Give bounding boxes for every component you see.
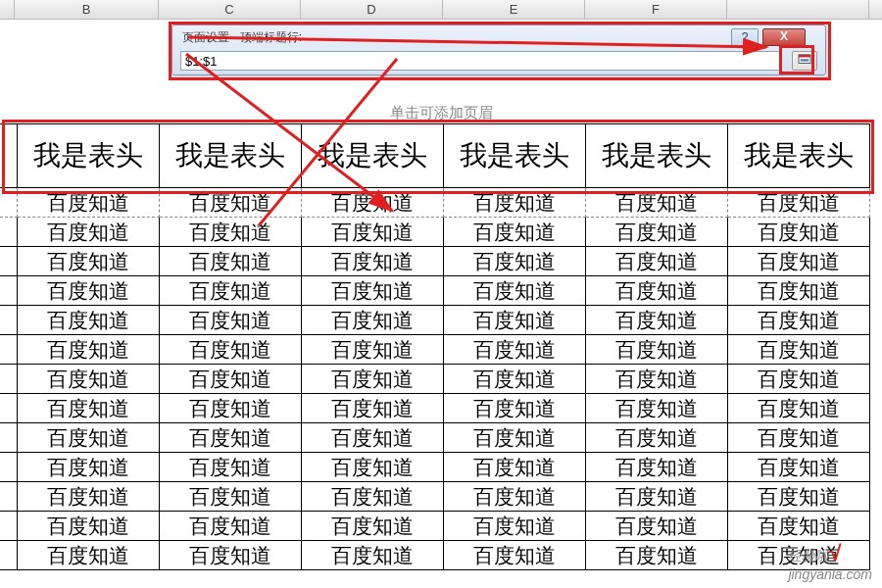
data-cell[interactable]: 百度知道 bbox=[728, 335, 870, 365]
dialog-title: 页面设置 - 顶端标题行: bbox=[182, 29, 302, 46]
header-cell[interactable]: 我是表头 bbox=[302, 123, 444, 188]
data-cell[interactable]: 百度知道 bbox=[302, 276, 444, 306]
data-cell[interactable]: 百度知道 bbox=[160, 482, 302, 512]
header-cell[interactable]: 我是表头 bbox=[160, 123, 302, 188]
row-gutter bbox=[0, 482, 18, 512]
data-cell[interactable]: 百度知道 bbox=[586, 482, 728, 512]
page-header-hint[interactable]: 单击可添加页眉 bbox=[0, 104, 882, 122]
data-cell[interactable]: 百度知道 bbox=[18, 247, 160, 276]
table-row: 百度知道 百度知道 百度知道 百度知道 百度知道 百度知道 bbox=[0, 423, 882, 453]
data-cell[interactable]: 百度知道 bbox=[444, 306, 586, 335]
data-cell[interactable]: 百度知道 bbox=[18, 306, 160, 335]
data-cell[interactable]: 百度知道 bbox=[444, 218, 586, 247]
data-cell[interactable]: 百度知道 bbox=[444, 512, 586, 541]
data-cell[interactable]: 百度知道 bbox=[586, 394, 728, 423]
data-cell[interactable]: 百度知道 bbox=[444, 335, 586, 365]
data-cell[interactable]: 百度知道 bbox=[160, 247, 302, 276]
header-cell[interactable]: 我是表头 bbox=[444, 123, 586, 188]
data-cell[interactable]: 百度知道 bbox=[728, 306, 870, 335]
header-gutter bbox=[0, 123, 18, 188]
data-cell[interactable]: 百度知道 bbox=[18, 394, 160, 423]
data-cell[interactable]: 百度知道 bbox=[18, 335, 160, 365]
data-cell[interactable]: 百度知道 bbox=[586, 423, 728, 453]
data-cell[interactable]: 百度知道 bbox=[18, 365, 160, 394]
data-cell[interactable]: 百度知道 bbox=[18, 188, 160, 218]
data-cell[interactable]: 百度知道 bbox=[444, 541, 586, 570]
data-cell[interactable]: 百度知道 bbox=[728, 394, 870, 423]
data-cell[interactable]: 百度知道 bbox=[160, 453, 302, 482]
data-cell[interactable]: 百度知道 bbox=[728, 482, 870, 512]
column-header-F[interactable]: F bbox=[585, 0, 727, 19]
column-header-B[interactable]: B bbox=[15, 0, 159, 19]
data-cell[interactable]: 百度知道 bbox=[160, 276, 302, 306]
column-header-E[interactable]: E bbox=[443, 0, 585, 19]
data-cell[interactable]: 百度知道 bbox=[586, 188, 728, 218]
data-cell[interactable]: 百度知道 bbox=[18, 423, 160, 453]
data-cell[interactable]: 百度知道 bbox=[728, 512, 870, 541]
data-cell[interactable]: 百度知道 bbox=[586, 541, 728, 570]
data-cell[interactable]: 百度知道 bbox=[728, 423, 870, 453]
data-cell[interactable]: 百度知道 bbox=[160, 335, 302, 365]
data-cell[interactable]: 百度知道 bbox=[160, 218, 302, 247]
data-cell[interactable]: 百度知道 bbox=[18, 541, 160, 570]
data-cell[interactable]: 百度知道 bbox=[586, 365, 728, 394]
data-cell[interactable]: 百度知道 bbox=[302, 218, 444, 247]
data-cell[interactable]: 百度知道 bbox=[728, 218, 870, 247]
data-cell[interactable]: 百度知道 bbox=[444, 247, 586, 276]
collapse-dialog-button[interactable] bbox=[792, 51, 817, 71]
data-cell[interactable]: 百度知道 bbox=[444, 276, 586, 306]
dialog-close-button[interactable]: X bbox=[762, 28, 806, 46]
data-cell[interactable]: 百度知道 bbox=[444, 394, 586, 423]
data-cell[interactable]: 百度知道 bbox=[302, 423, 444, 453]
data-cell[interactable]: 百度知道 bbox=[302, 365, 444, 394]
row-gutter bbox=[0, 276, 18, 306]
data-cell[interactable]: 百度知道 bbox=[160, 541, 302, 570]
dialog-help-button[interactable]: ? bbox=[731, 28, 759, 46]
data-cell[interactable]: 百度知道 bbox=[444, 423, 586, 453]
data-cell[interactable]: 百度知道 bbox=[18, 453, 160, 482]
data-cell[interactable]: 百度知道 bbox=[302, 512, 444, 541]
data-cell[interactable]: 百度知道 bbox=[302, 247, 444, 276]
data-cell[interactable]: 百度知道 bbox=[728, 247, 870, 276]
title-rows-input[interactable] bbox=[180, 51, 780, 71]
data-cell[interactable]: 百度知道 bbox=[586, 247, 728, 276]
column-header-G[interactable] bbox=[727, 0, 869, 19]
data-cell[interactable]: 百度知道 bbox=[160, 394, 302, 423]
table-row: 百度知道 百度知道 百度知道 百度知道 百度知道 百度知道 bbox=[0, 512, 882, 541]
data-cell[interactable]: 百度知道 bbox=[586, 335, 728, 365]
data-cell[interactable]: 百度知道 bbox=[160, 306, 302, 335]
column-header-C[interactable]: C bbox=[159, 0, 301, 19]
data-cell[interactable]: 百度知道 bbox=[444, 482, 586, 512]
data-cell[interactable]: 百度知道 bbox=[160, 512, 302, 541]
data-cell[interactable]: 百度知道 bbox=[302, 335, 444, 365]
data-cell[interactable]: 百度知道 bbox=[302, 482, 444, 512]
data-cell[interactable]: 百度知道 bbox=[444, 365, 586, 394]
data-cell[interactable]: 百度知道 bbox=[160, 188, 302, 218]
data-cell[interactable]: 百度知道 bbox=[728, 276, 870, 306]
data-cell[interactable]: 百度知道 bbox=[444, 188, 586, 218]
column-header-D[interactable]: D bbox=[301, 0, 443, 19]
data-cell[interactable]: 百度知道 bbox=[18, 218, 160, 247]
data-cell[interactable]: 百度知道 bbox=[302, 306, 444, 335]
data-cell[interactable]: 百度知道 bbox=[444, 453, 586, 482]
data-cell[interactable]: 百度知道 bbox=[728, 365, 870, 394]
data-cell[interactable]: 百度知道 bbox=[728, 453, 870, 482]
header-cell[interactable]: 我是表头 bbox=[586, 123, 728, 188]
data-cell[interactable]: 百度知道 bbox=[160, 423, 302, 453]
data-cell[interactable]: 百度知道 bbox=[302, 394, 444, 423]
data-cell[interactable]: 百度知道 bbox=[586, 218, 728, 247]
data-cell[interactable]: 百度知道 bbox=[586, 512, 728, 541]
data-cell[interactable]: 百度知道 bbox=[586, 306, 728, 335]
data-cell[interactable]: 百度知道 bbox=[586, 276, 728, 306]
data-cell[interactable]: 百度知道 bbox=[302, 541, 444, 570]
data-cell[interactable]: 百度知道 bbox=[18, 276, 160, 306]
data-cell[interactable]: 百度知道 bbox=[728, 188, 870, 218]
data-cell[interactable]: 百度知道 bbox=[302, 453, 444, 482]
data-cell[interactable]: 百度知道 bbox=[18, 482, 160, 512]
data-cell[interactable]: 百度知道 bbox=[302, 188, 444, 218]
header-cell[interactable]: 我是表头 bbox=[728, 123, 870, 188]
data-cell[interactable]: 百度知道 bbox=[586, 453, 728, 482]
header-cell[interactable]: 我是表头 bbox=[18, 123, 160, 188]
data-cell[interactable]: 百度知道 bbox=[18, 512, 160, 541]
data-cell[interactable]: 百度知道 bbox=[160, 365, 302, 394]
